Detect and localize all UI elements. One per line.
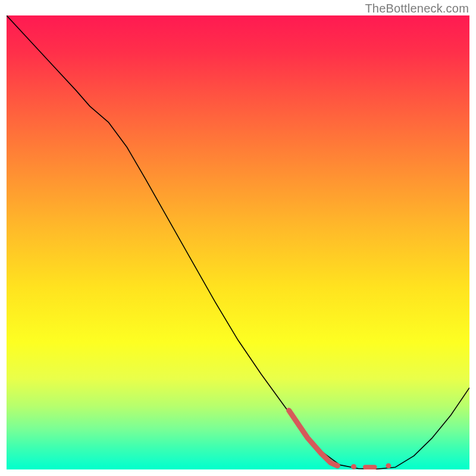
highlight-layer [289, 411, 392, 469]
highlight-dot-1 [351, 464, 356, 469]
plot-area [7, 15, 469, 469]
bottleneck-curve [7, 15, 469, 469]
chart-svg [7, 15, 469, 469]
chart-container: TheBottleneck.com [0, 0, 476, 476]
attribution-text: TheBottleneck.com [365, 2, 469, 15]
curve-layer [7, 15, 469, 469]
highlight-dot-2 [386, 463, 391, 468]
